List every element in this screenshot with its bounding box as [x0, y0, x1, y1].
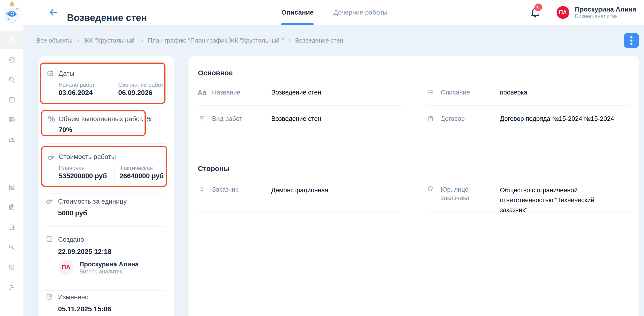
breadcrumb-separator-icon: › [288, 37, 291, 43]
row-description: Описание проверка [426, 80, 630, 106]
plan-value: 535200000 руб [59, 172, 107, 180]
created-user-name: Проскурина Алина [80, 261, 139, 268]
key-icon [8, 243, 16, 251]
clipboard-check-icon [8, 184, 16, 192]
file-plus-icon [45, 235, 53, 243]
row-name: Aa Название Возведение стен [198, 80, 401, 106]
clipboard-icon [8, 204, 16, 211]
tab-child-works[interactable]: Дочерние работы [334, 0, 388, 25]
plan-label: Плановая [59, 165, 84, 172]
calendar-icon [46, 69, 54, 77]
sidebar-item-objects[interactable] [4, 52, 19, 67]
contract-value: Договор подряда №15-2024 №15-2024 [500, 114, 630, 124]
sidebar-item-home[interactable] [4, 32, 19, 47]
panel-divider [45, 290, 165, 290]
work-type-label: Вид работ [212, 114, 271, 123]
start-label: Начало работ [58, 82, 95, 88]
breadcrumb-item-all-objects[interactable]: Все объекты [36, 37, 73, 44]
dates-card-highlighted: Даты Начало работ 03.06.2024 Окончание р… [40, 62, 166, 104]
user-name: Проскурина Алина [575, 6, 636, 13]
row-contract: Договор Договор подряда №15-2024 №15-202… [426, 106, 630, 132]
kebab-dot [630, 40, 632, 42]
sidebar-item-tasks-check[interactable] [4, 180, 19, 195]
sidebar-item-documents[interactable] [4, 200, 19, 215]
volume-card-highlighted: % Объем выполненных работ, % 70% [41, 110, 146, 136]
page-title: Возведение стен [67, 12, 147, 23]
door-icon [8, 223, 16, 231]
helmet-icon [8, 136, 16, 144]
kebab-dot [630, 36, 632, 38]
tab-bar: Описание Дочерние работы [281, 0, 388, 25]
breadcrumb-item-schedule[interactable]: План-график: "План-график ЖК "Хрустальны… [148, 37, 284, 44]
column-divider [113, 81, 113, 102]
sidebar-item-search[interactable] [4, 72, 19, 87]
fact-label: Фактическая [120, 165, 153, 172]
back-button[interactable] [48, 7, 59, 18]
user-menu[interactable]: ПА Проскурина Алина Бизнес-аналитик [556, 6, 644, 19]
legal-entity-icon [426, 185, 434, 193]
section-title-basic: Основное [198, 69, 630, 77]
top-bar: Возведение стен Описание Дочерние работы… [0, 0, 644, 25]
text-aa-icon: Aa [198, 89, 206, 96]
start-value: 03.06.2024 [58, 89, 92, 97]
row-legal-entity: Юр. лицо заказчика Общество с ограниченн… [426, 177, 630, 212]
ornament-eye-logo [3, 0, 21, 24]
work-type-value: Возведение стен [271, 114, 401, 124]
description-label: Описание [441, 88, 500, 97]
price-coin-icon [47, 153, 55, 161]
percent-icon: % [48, 115, 55, 123]
hexagon-slash-icon [8, 56, 16, 64]
modified-title: Изменено [58, 294, 88, 301]
breadcrumb-bar: Все объекты › ЖК "Хрустальный" › План-гр… [24, 25, 644, 56]
app-root: Возведение стен Описание Дочерние работы… [0, 0, 644, 316]
user-role: Бизнес-аналитик [575, 13, 636, 19]
chevron-down-icon [642, 10, 644, 17]
row-work-type: Вид работ Возведение стен [198, 106, 401, 132]
actions-menu-button[interactable] [624, 33, 639, 48]
main-panel: Основное Aa Название Возведение стен [188, 56, 639, 316]
search-icon [8, 76, 16, 84]
tab-description[interactable]: Описание [281, 0, 314, 25]
end-value: 06.09.2026 [118, 89, 152, 97]
sidebar-item-cards[interactable] [4, 112, 19, 127]
row-customer: Заказчик Демонстрационная [198, 177, 401, 212]
wrench-icon [198, 115, 206, 122]
contract-label: Договор [441, 114, 500, 123]
sidebar [0, 25, 24, 316]
panel-divider [45, 193, 165, 194]
cost-card-highlighted: Стоимость работы Плановая 535200000 руб … [41, 146, 167, 187]
end-label: Окончание работ [118, 82, 164, 88]
sidebar-item-gantt[interactable] [4, 280, 19, 294]
contract-icon [426, 115, 434, 122]
app-logo[interactable] [3, 0, 21, 24]
sidebar-item-keys[interactable] [4, 240, 19, 255]
gantt-bars-icon [8, 283, 16, 291]
section-title-parties: Стороны [198, 164, 630, 172]
unit-cost-title: Стоимость за единицу [58, 198, 127, 205]
dates-title: Даты [58, 70, 74, 77]
edit-icon [45, 293, 53, 301]
shield-check-icon [8, 263, 16, 271]
legal-entity-label: Юр. лицо заказчика [441, 185, 500, 202]
sidebar-item-calendar[interactable] [4, 92, 19, 107]
home-icon [8, 36, 16, 44]
breadcrumb-item-complex[interactable]: ЖК "Хрустальный" [84, 37, 136, 44]
sidebar-item-security[interactable] [4, 260, 19, 274]
breadcrumb-separator-icon: › [141, 37, 143, 43]
legal-entity-value: Общество с ограниченной ответственностью… [500, 185, 620, 215]
name-value: Возведение стен [271, 88, 401, 97]
breadcrumb: Все объекты › ЖК "Хрустальный" › План-гр… [36, 37, 343, 44]
notifications-button[interactable]: 3.. [529, 6, 545, 20]
modified-value: 05.11.2025 15:06 [58, 305, 111, 313]
panel-divider [45, 226, 165, 227]
breadcrumb-separator-icon: › [77, 37, 80, 43]
calendar-icon [8, 96, 16, 104]
card-icon [8, 116, 16, 124]
customer-value: Демонстрационная [271, 185, 401, 195]
price-coin-icon [45, 197, 53, 205]
sidebar-item-construction[interactable] [4, 132, 19, 147]
sidebar-item-rooms[interactable] [4, 220, 19, 235]
column-divider [114, 164, 114, 186]
customer-label: Заказчик [212, 185, 271, 194]
name-label: Название [212, 88, 271, 97]
